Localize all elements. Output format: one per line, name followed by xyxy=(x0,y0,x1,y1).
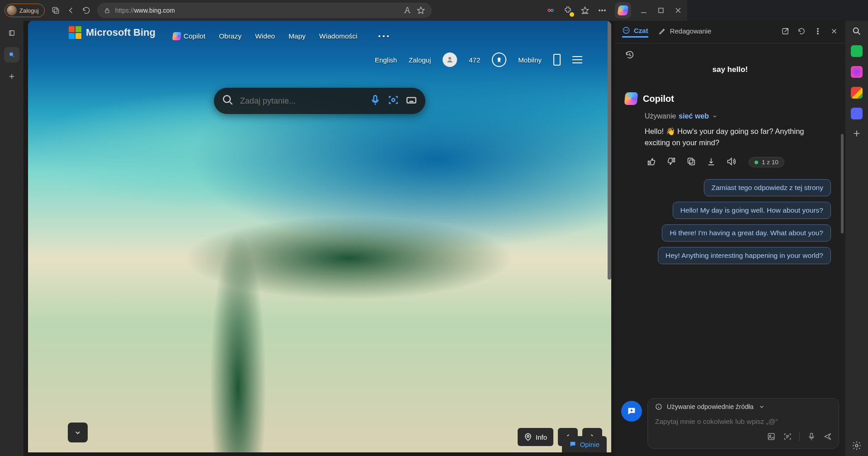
dislike-icon[interactable] xyxy=(666,157,676,168)
tab-compose[interactable]: Redagowanie xyxy=(658,27,687,37)
bing-homepage: Microsoft Bing Copilot Obrazy Wideo Mapy… xyxy=(28,21,611,362)
copilot-icon xyxy=(172,32,182,40)
search-input[interactable] xyxy=(240,96,363,106)
login-link[interactable]: Zaloguj xyxy=(409,56,431,64)
svg-rect-1 xyxy=(54,9,58,14)
window-maximize-icon[interactable] xyxy=(656,6,665,15)
using-prefix: Używanie xyxy=(645,112,676,120)
svg-point-14 xyxy=(498,57,501,61)
suggestion-chip[interactable]: Hi there! I'm having a great day. What a… xyxy=(662,224,687,242)
copilot-reply-text: Hello! 👋 How's your day going so far? An… xyxy=(645,126,687,148)
tab-chat[interactable]: Czat xyxy=(622,26,648,38)
refresh-icon[interactable] xyxy=(82,6,91,15)
tab-compose-label: Redagowanie xyxy=(670,27,687,35)
hamburger-menu-icon[interactable] xyxy=(572,56,582,63)
back-icon[interactable] xyxy=(66,6,75,15)
copilot-avatar-icon xyxy=(624,92,638,105)
address-bar[interactable]: https://www.bing.com xyxy=(97,3,432,18)
panel-tabs: Czat Redagowanie xyxy=(615,21,687,43)
browser-toolbar: Zaloguj https://www.bing.com xyxy=(0,0,687,21)
copy-icon[interactable] xyxy=(686,157,687,168)
svg-rect-16 xyxy=(374,95,377,101)
svg-point-3 xyxy=(548,10,550,12)
user-avatar-icon[interactable] xyxy=(443,52,457,67)
nav-maps[interactable]: Mapy xyxy=(288,32,306,40)
nav-copilot-label: Copilot xyxy=(184,32,205,40)
background-image xyxy=(28,21,611,362)
active-tab-bing[interactable] xyxy=(4,47,19,62)
svg-point-13 xyxy=(448,57,451,60)
extensions-icon[interactable] xyxy=(563,6,572,15)
svg-rect-18 xyxy=(407,98,416,103)
using-source-row[interactable]: Używanie sieć web xyxy=(645,112,687,120)
tab-actions-icon[interactable] xyxy=(4,25,19,41)
url-host: www.bing.com xyxy=(134,7,175,14)
workspaces-icon[interactable] xyxy=(51,6,60,15)
panel-body: say hello! Copilot Używanie sieć web Hel… xyxy=(615,43,687,362)
svg-point-5 xyxy=(599,10,600,11)
suggestion-chip[interactable]: Hello! My day is going well. How about y… xyxy=(673,202,687,219)
nav-video[interactable]: Wideo xyxy=(255,32,275,40)
previous-user-message: say hello! xyxy=(625,65,687,74)
lock-icon xyxy=(104,7,111,14)
phone-icon xyxy=(553,54,561,66)
search-icon xyxy=(222,94,234,108)
url-scheme: https:// xyxy=(115,7,134,14)
suggestion-list: Zamiast tego odpowiedz z tej strony Hell… xyxy=(625,179,687,264)
page-scrollbar[interactable] xyxy=(608,21,611,280)
svg-point-15 xyxy=(223,95,230,102)
reply-actions: 1 z 10 xyxy=(646,157,687,168)
svg-rect-8 xyxy=(659,8,663,13)
page-viewport: Microsoft Bing Copilot Obrazy Wideo Mapy… xyxy=(24,21,615,362)
profile-avatar-icon xyxy=(7,5,17,15)
like-icon[interactable] xyxy=(646,157,656,168)
window-minimize-icon[interactable] xyxy=(639,6,648,15)
toolbar-right-group xyxy=(546,2,683,19)
nav-more-icon[interactable]: ••• xyxy=(378,32,391,40)
window-close-icon[interactable] xyxy=(674,6,683,15)
rewards-points[interactable]: 472 xyxy=(469,56,480,64)
copilot-header: Copilot xyxy=(625,92,687,105)
svg-point-17 xyxy=(392,99,395,102)
history-icon[interactable] xyxy=(625,50,636,61)
nav-copilot[interactable]: Copilot xyxy=(173,32,205,40)
svg-rect-9 xyxy=(9,31,14,36)
tab-chat-label: Czat xyxy=(634,27,648,34)
more-icon[interactable] xyxy=(598,6,607,15)
voice-search-icon[interactable] xyxy=(369,94,381,108)
favorite-star-icon[interactable] xyxy=(416,6,425,15)
nav-images[interactable]: Obrazy xyxy=(219,32,241,40)
copilot-icon xyxy=(617,5,628,15)
suggestion-chip[interactable]: Hey! Anything interesting happening in y… xyxy=(658,247,687,264)
copilot-panel: Czat Redagowanie say hello! Copilot Używ… xyxy=(615,21,687,362)
svg-rect-2 xyxy=(105,10,109,13)
nav-news[interactable]: Wiadomości xyxy=(319,32,357,40)
rewards-medal-icon[interactable] xyxy=(492,52,506,67)
new-tab-button[interactable] xyxy=(4,69,19,84)
svg-rect-0 xyxy=(52,7,57,12)
vertical-tab-strip xyxy=(0,21,24,362)
svg-point-10 xyxy=(9,52,13,56)
copilot-toggle-button[interactable] xyxy=(615,2,631,19)
account-glasses-icon[interactable] xyxy=(546,6,555,15)
profile-login-pill[interactable]: Zaloguj xyxy=(5,4,45,17)
profile-login-label: Zaloguj xyxy=(19,7,39,14)
mobile-link[interactable]: Mobilny xyxy=(518,56,542,64)
read-aloud-icon[interactable] xyxy=(403,6,412,15)
bing-top-nav: Copilot Obrazy Wideo Mapy Wiadomości ••• xyxy=(28,26,611,46)
bing-user-row: English Zaloguj 472 Mobilny xyxy=(375,48,582,71)
language-switch[interactable]: English xyxy=(375,56,397,64)
favorites-icon[interactable] xyxy=(580,6,590,15)
svg-point-6 xyxy=(602,10,603,11)
svg-point-4 xyxy=(551,10,553,12)
keyboard-icon[interactable] xyxy=(406,94,417,108)
svg-point-7 xyxy=(604,10,606,11)
copilot-name: Copilot xyxy=(643,94,674,104)
using-source: sieć web xyxy=(679,112,687,120)
bing-search-box[interactable] xyxy=(214,88,425,114)
image-search-icon[interactable] xyxy=(387,94,399,108)
